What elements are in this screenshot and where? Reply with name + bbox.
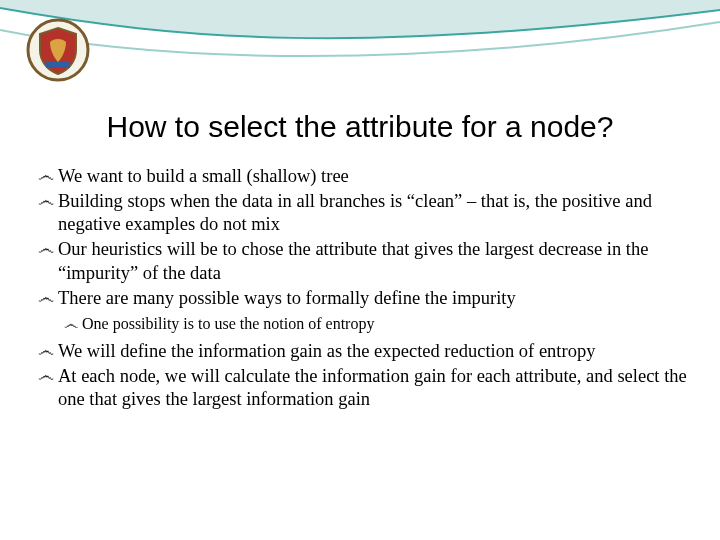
bullet-text: There are many possible ways to formally…: [58, 287, 690, 310]
bullet-glyph-icon: ෴: [38, 190, 54, 213]
bullet-item: ෴ Building stops when the data in all br…: [38, 190, 690, 236]
bullet-item: ෴ We will define the information gain as…: [38, 340, 690, 363]
bullet-item: ෴ There are many possible ways to formal…: [38, 287, 690, 310]
bullet-glyph-icon: ෴: [38, 165, 54, 188]
bullet-text: Building stops when the data in all bran…: [58, 190, 690, 236]
bullet-text: One possibility is to use the notion of …: [82, 314, 690, 334]
bullet-text: We want to build a small (shallow) tree: [58, 165, 690, 188]
bullet-text: We will define the information gain as t…: [58, 340, 690, 363]
bullet-item: ෴ At each node, we will calculate the in…: [38, 365, 690, 411]
slide-body: ෴ We want to build a small (shallow) tre…: [38, 165, 690, 413]
bullet-glyph-icon: ෴: [38, 365, 54, 388]
decorative-swoosh: [0, 0, 720, 90]
bullet-text: Our heuristics will be to chose the attr…: [58, 238, 690, 284]
bullet-text: At each node, we will calculate the info…: [58, 365, 690, 411]
bullet-glyph-icon: ෴: [38, 287, 54, 310]
bullet-item: ෴ We want to build a small (shallow) tre…: [38, 165, 690, 188]
slide-title: How to select the attribute for a node?: [0, 110, 720, 144]
bullet-glyph-icon: ෴: [38, 340, 54, 363]
bullet-item: ෴ Our heuristics will be to chose the at…: [38, 238, 690, 284]
university-crest-logo: [26, 18, 90, 82]
bullet-glyph-icon: ෴: [38, 238, 54, 261]
sub-bullet-item: ෴ One possibility is to use the notion o…: [64, 314, 690, 334]
bullet-glyph-icon: ෴: [64, 314, 78, 334]
svg-rect-1: [46, 62, 70, 68]
